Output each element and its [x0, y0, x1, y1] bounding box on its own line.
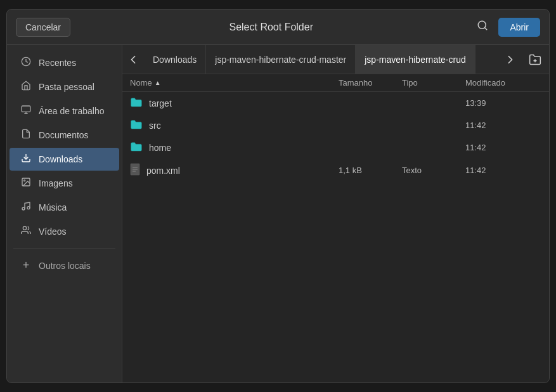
videos-icon — [20, 225, 32, 238]
sidebar-item-documentos[interactable]: Documentos — [10, 124, 119, 147]
breadcrumb-bar: Downloads jsp-maven-hibernate-crud-maste… — [122, 45, 549, 74]
svg-point-10 — [27, 207, 30, 209]
sidebar-label-imagens: Imagens — [39, 178, 73, 188]
clock-icon — [20, 56, 32, 69]
sidebar-item-downloads[interactable]: Downloads — [10, 148, 119, 171]
home-icon — [20, 81, 32, 93]
sidebar-item-outros-locais[interactable]: + Outros locais — [10, 254, 119, 277]
sidebar-label-videos: Vídeos — [39, 226, 67, 237]
column-header-modified: Modificado — [465, 78, 541, 88]
file-name-src: src — [130, 119, 339, 132]
music-icon — [20, 201, 32, 214]
file-list: Nome ▲ Tamanho Tipo Modificado target — [122, 74, 549, 382]
sidebar-item-area-de-trabalho[interactable]: Área de trabalho — [10, 100, 119, 122]
body: Recentes Pasta pessoal Área de trabalho — [7, 45, 549, 382]
desktop-icon — [20, 105, 32, 117]
dialog-title: Select Root Folder — [229, 22, 313, 33]
svg-point-8 — [24, 180, 25, 181]
breadcrumb-jsp-maven-crud[interactable]: jsp-maven-hibernate-crud — [356, 45, 475, 74]
nav-forward-button[interactable] — [500, 45, 521, 74]
documents-icon — [20, 129, 32, 141]
sidebar-label-pasta-pessoal: Pasta pessoal — [39, 82, 94, 92]
table-row[interactable]: home 11:42 — [122, 136, 549, 159]
nav-back-button[interactable] — [122, 45, 144, 74]
sidebar-label-recentes: Recentes — [39, 58, 76, 68]
sidebar-item-musica[interactable]: Música — [10, 196, 119, 219]
add-icon: + — [20, 259, 32, 272]
sidebar-label-documentos: Documentos — [39, 130, 89, 140]
images-icon — [20, 177, 32, 190]
svg-line-1 — [485, 27, 487, 29]
folder-icon — [130, 119, 143, 132]
dialog: Cancelar Select Root Folder Abrir Recent… — [6, 9, 550, 383]
sidebar-item-recentes[interactable]: Recentes — [10, 51, 119, 74]
search-button[interactable] — [472, 17, 493, 37]
folder-icon — [130, 96, 143, 110]
new-folder-button[interactable] — [521, 45, 549, 74]
svg-point-11 — [23, 226, 26, 230]
cancel-button[interactable]: Cancelar — [16, 18, 70, 37]
table-row[interactable]: pom.xml 1,1 kB Texto 11:42 — [122, 159, 549, 182]
sidebar-label-downloads: Downloads — [39, 154, 82, 164]
column-header-name[interactable]: Nome ▲ — [130, 78, 339, 88]
titlebar: Cancelar Select Root Folder Abrir — [7, 10, 549, 45]
file-name-target: target — [130, 96, 339, 110]
sidebar-label-area-de-trabalho: Área de trabalho — [39, 106, 105, 116]
file-name-pom-xml: pom.xml — [130, 163, 339, 178]
sidebar-item-imagens[interactable]: Imagens — [10, 172, 119, 195]
column-header-size: Tamanho — [339, 78, 402, 88]
main-content: Downloads jsp-maven-hibernate-crud-maste… — [122, 45, 549, 382]
sidebar-item-videos[interactable]: Vídeos — [10, 220, 119, 243]
sort-icon: ▲ — [155, 79, 161, 86]
column-header-type: Tipo — [402, 78, 465, 88]
file-name-home: home — [130, 141, 339, 154]
sidebar-item-pasta-pessoal[interactable]: Pasta pessoal — [10, 75, 119, 98]
sidebar-divider — [13, 248, 115, 249]
sidebar-label-outros-locais: Outros locais — [39, 261, 91, 271]
table-row[interactable]: target 13:39 — [122, 92, 549, 114]
svg-rect-3 — [22, 106, 30, 112]
open-button[interactable]: Abrir — [498, 18, 540, 37]
breadcrumb-downloads[interactable]: Downloads — [144, 45, 206, 74]
breadcrumb-right — [500, 45, 549, 74]
titlebar-right: Abrir — [472, 17, 540, 37]
download-icon — [20, 153, 32, 166]
sidebar: Recentes Pasta pessoal Área de trabalho — [7, 45, 122, 382]
breadcrumb-jsp-maven-master[interactable]: jsp-maven-hibernate-crud-master — [206, 45, 356, 74]
file-list-header: Nome ▲ Tamanho Tipo Modificado — [122, 74, 549, 92]
folder-icon — [130, 141, 143, 154]
file-doc-icon — [130, 163, 140, 178]
table-row[interactable]: src 11:42 — [122, 114, 549, 136]
svg-point-9 — [22, 207, 25, 210]
sidebar-label-musica: Música — [39, 202, 67, 212]
